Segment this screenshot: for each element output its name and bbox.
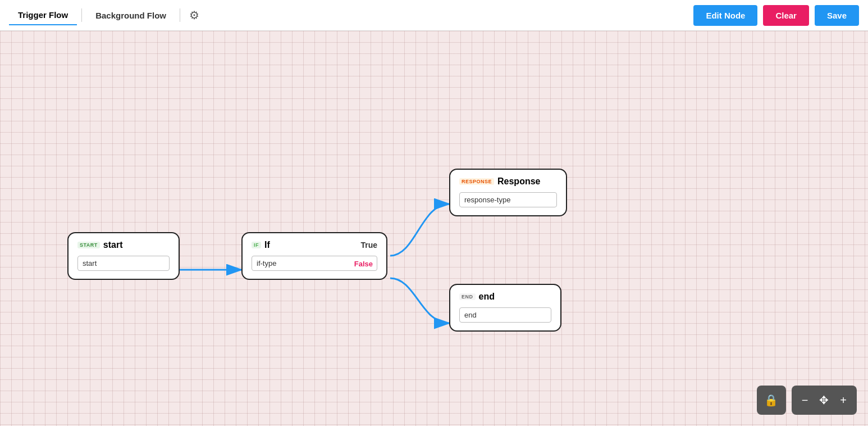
response-title-text: Response [497,176,540,187]
header-buttons: Edit Node Clear Save [693,5,859,26]
end-title-text: end [479,292,495,302]
if-node-title: IF If True [252,240,377,250]
connection-if-true-to-response [390,204,449,256]
if-false-label: False [354,259,373,268]
lock-button[interactable]: 🔒 [757,386,786,415]
zoom-controls: − ✥ + [792,386,857,415]
start-field: start [77,256,170,271]
bottom-controls: 🔒 − ✥ + [757,386,857,415]
zoom-out-button[interactable]: − [796,394,814,407]
start-title-text: start [103,240,123,250]
settings-icon[interactable]: ⚙ [189,8,199,22]
move-button[interactable]: ✥ [814,393,834,407]
if-badge: IF [252,242,261,248]
tab-trigger-flow[interactable]: Trigger Flow [9,6,77,25]
end-field: end [459,307,551,323]
start-node-title: START start [77,240,170,250]
end-node[interactable]: END end end [449,284,561,332]
tab-background-flow[interactable]: Background Flow [86,6,175,25]
zoom-in-button[interactable]: + [834,394,852,407]
if-true-label: True [360,241,377,250]
flow-canvas[interactable]: START start start IF If True if-type Fal… [0,31,868,426]
header: Trigger Flow Background Flow ⚙ Edit Node… [0,0,868,31]
response-node[interactable]: RESPONSE Response response-type [449,169,567,216]
end-node-title: END end [459,292,551,302]
if-title-text: If [264,240,270,250]
tab-divider [81,8,82,22]
start-badge: START [77,242,100,248]
clear-button[interactable]: Clear [763,5,809,26]
response-node-title: RESPONSE Response [459,176,557,187]
end-badge: END [459,293,476,300]
connection-if-false-to-end [390,278,449,323]
response-field: response-type [459,192,557,207]
start-node[interactable]: START start start [67,232,180,280]
response-badge: RESPONSE [459,178,494,185]
connections-svg [0,31,868,426]
tab-divider-2 [180,8,180,22]
save-button[interactable]: Save [815,5,859,26]
edit-node-button[interactable]: Edit Node [693,5,757,26]
if-node[interactable]: IF If True if-type False [241,232,387,280]
